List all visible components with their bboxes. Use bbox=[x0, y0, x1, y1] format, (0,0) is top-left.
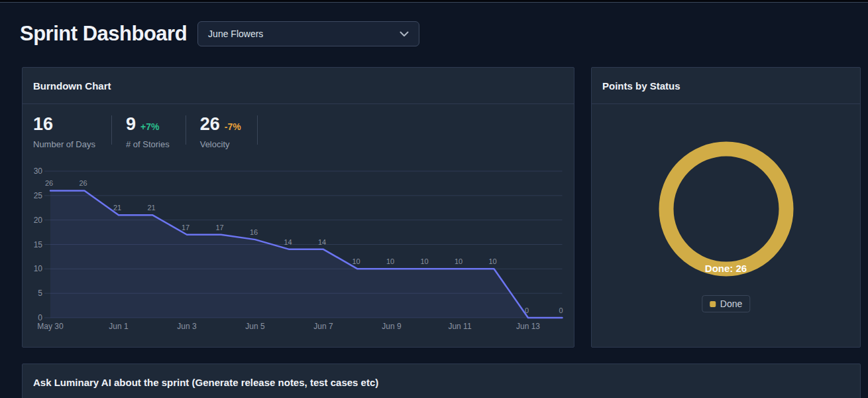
svg-text:Jun 5: Jun 5 bbox=[245, 322, 265, 331]
burndown-stats: 16 Number of Days 9 +7% # of Stories 26 … bbox=[23, 104, 574, 149]
svg-text:10: 10 bbox=[420, 257, 428, 265]
stat-divider bbox=[186, 115, 186, 145]
legend-done[interactable]: Done bbox=[702, 295, 750, 312]
stat-value: 26 bbox=[200, 115, 220, 133]
svg-text:Jun 13: Jun 13 bbox=[516, 322, 540, 331]
page-header: Sprint Dashboard June Flowers bbox=[20, 21, 868, 46]
ai-card-header[interactable]: Ask Luminary AI about the sprint (Genera… bbox=[23, 364, 860, 398]
svg-text:10: 10 bbox=[488, 257, 496, 265]
burndown-card: Burndown Chart 16 Number of Days 9 +7% #… bbox=[22, 67, 574, 348]
svg-text:10: 10 bbox=[455, 257, 462, 265]
stat-label: Number of Days bbox=[33, 139, 95, 149]
stat-velocity: 26 -7% Velocity bbox=[200, 115, 241, 149]
points-by-status-card: Points by Status Done: 26 Done bbox=[591, 67, 861, 348]
stat-delta: +7% bbox=[140, 121, 159, 132]
status-card-body: Done: 26 Done bbox=[592, 104, 860, 347]
svg-text:Jun 3: Jun 3 bbox=[177, 322, 197, 331]
donut-center-label: Done: 26 bbox=[592, 263, 860, 274]
stat-value: 16 bbox=[33, 115, 53, 133]
svg-text:10: 10 bbox=[352, 257, 360, 265]
page-title: Sprint Dashboard bbox=[20, 22, 187, 46]
status-card-title: Points by Status bbox=[602, 80, 680, 92]
main-row: Burndown Chart 16 Number of Days 9 +7% #… bbox=[22, 67, 868, 348]
svg-text:20: 20 bbox=[34, 216, 43, 225]
svg-text:14: 14 bbox=[284, 238, 292, 246]
svg-text:17: 17 bbox=[215, 224, 223, 232]
ai-card-title: Ask Luminary AI about the sprint (Genera… bbox=[33, 377, 378, 388]
svg-text:10: 10 bbox=[34, 264, 43, 273]
stat-number-of-days: 16 Number of Days bbox=[33, 115, 95, 149]
top-divider bbox=[0, 2, 868, 3]
svg-text:0: 0 bbox=[525, 306, 529, 314]
burndown-card-title: Burndown Chart bbox=[33, 80, 111, 92]
svg-text:0: 0 bbox=[559, 306, 563, 314]
legend-swatch bbox=[710, 301, 716, 307]
chevron-down-icon bbox=[400, 28, 409, 40]
svg-text:21: 21 bbox=[113, 204, 121, 212]
sprint-selector-value: June Flowers bbox=[208, 29, 263, 39]
svg-text:Jun 7: Jun 7 bbox=[313, 322, 333, 331]
svg-text:May 30: May 30 bbox=[37, 322, 64, 331]
ai-card: Ask Luminary AI about the sprint (Genera… bbox=[22, 364, 861, 398]
burndown-card-header: Burndown Chart bbox=[23, 68, 574, 104]
stat-stories: 9 +7% # of Stories bbox=[126, 115, 170, 149]
svg-text:5: 5 bbox=[38, 289, 42, 298]
donut-ring bbox=[667, 149, 787, 269]
svg-text:15: 15 bbox=[34, 240, 43, 249]
stat-divider bbox=[257, 115, 258, 145]
burndown-chart: 051015202530May 30Jun 1Jun 3Jun 5Jun 7Ju… bbox=[23, 158, 574, 338]
svg-text:16: 16 bbox=[250, 228, 258, 236]
svg-text:14: 14 bbox=[318, 238, 326, 246]
svg-text:26: 26 bbox=[79, 179, 87, 187]
svg-text:25: 25 bbox=[34, 191, 43, 200]
svg-text:26: 26 bbox=[45, 179, 53, 187]
stat-value: 9 bbox=[126, 115, 136, 133]
status-card-header: Points by Status bbox=[592, 68, 860, 104]
stat-divider bbox=[111, 115, 112, 145]
svg-text:Jun 1: Jun 1 bbox=[109, 322, 129, 331]
svg-text:10: 10 bbox=[386, 257, 394, 265]
svg-text:Jun 9: Jun 9 bbox=[382, 322, 402, 331]
svg-text:21: 21 bbox=[147, 204, 155, 212]
svg-text:17: 17 bbox=[182, 224, 190, 232]
stat-delta: -7% bbox=[225, 121, 241, 132]
legend-label: Done bbox=[720, 298, 742, 309]
sprint-selector[interactable]: June Flowers bbox=[197, 21, 419, 46]
svg-text:Jun 11: Jun 11 bbox=[448, 322, 471, 331]
svg-text:30: 30 bbox=[34, 166, 43, 176]
svg-text:0: 0 bbox=[38, 313, 42, 322]
stat-label: Velocity bbox=[200, 139, 241, 149]
stat-label: # of Stories bbox=[126, 139, 170, 149]
